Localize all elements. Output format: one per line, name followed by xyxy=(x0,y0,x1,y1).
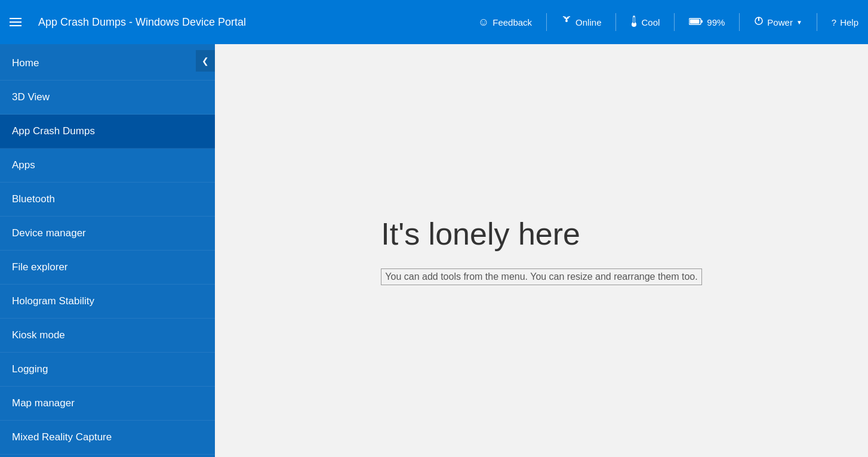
cool-label: Cool xyxy=(641,17,660,27)
online-icon xyxy=(561,16,572,29)
divider xyxy=(546,13,547,31)
lonely-title: It's lonely here xyxy=(381,216,701,252)
lonely-subtitle: You can add tools from the menu. You can… xyxy=(381,268,701,285)
feedback-label: Feedback xyxy=(493,17,532,27)
body: ❮ Home3D ViewApp Crash DumpsAppsBluetoot… xyxy=(0,44,868,457)
sidebar-item-file-explorer[interactable]: File explorer xyxy=(0,251,215,285)
sidebar-item-bluetooth[interactable]: Bluetooth xyxy=(0,183,215,217)
online-status: Online xyxy=(561,16,601,29)
help-label: Help xyxy=(840,17,858,27)
hamburger-button[interactable] xyxy=(10,18,21,26)
sidebar-item-home[interactable]: Home xyxy=(0,47,215,81)
online-label: Online xyxy=(575,17,601,27)
sidebar-item-device-manager[interactable]: Device manager xyxy=(0,217,215,251)
help-button[interactable]: ? Help xyxy=(832,17,858,27)
svg-rect-5 xyxy=(701,20,703,23)
power-icon xyxy=(754,16,764,28)
divider2 xyxy=(615,13,616,31)
divider4 xyxy=(739,13,740,31)
header: App Crash Dumps - Windows Device Portal … xyxy=(0,0,868,44)
svg-rect-6 xyxy=(690,19,700,23)
battery-label: 99% xyxy=(707,17,725,27)
main-content-area: It's lonely here You can add tools from … xyxy=(215,44,868,457)
temperature-status: Cool xyxy=(630,15,660,29)
thermometer-icon xyxy=(630,15,638,29)
divider3 xyxy=(674,13,675,31)
feedback-button[interactable]: ☺ Feedback xyxy=(478,16,532,29)
sidebar-item-3d-view[interactable]: 3D View xyxy=(0,81,215,115)
page-title: App Crash Dumps - Windows Device Portal xyxy=(38,16,466,29)
sidebar-item-apps[interactable]: Apps xyxy=(0,149,215,183)
battery-icon xyxy=(689,17,703,27)
sidebar-item-app-crash-dumps[interactable]: App Crash Dumps xyxy=(0,115,215,149)
sidebar-scroll[interactable]: Home3D ViewApp Crash DumpsAppsBluetoothD… xyxy=(0,44,215,457)
feedback-icon: ☺ xyxy=(478,16,489,29)
empty-state: It's lonely here You can add tools from … xyxy=(357,192,725,309)
divider5 xyxy=(817,13,817,31)
sidebar-item-logging[interactable]: Logging xyxy=(0,353,215,387)
power-button[interactable]: Power ▼ xyxy=(754,16,802,28)
power-dropdown-icon: ▼ xyxy=(796,19,802,26)
sidebar-item-mixed-reality-capture[interactable]: Mixed Reality Capture xyxy=(0,421,215,455)
sidebar-item-kiosk-mode[interactable]: Kiosk mode xyxy=(0,319,215,353)
svg-rect-3 xyxy=(633,17,635,23)
collapse-sidebar-button[interactable]: ❮ xyxy=(196,50,215,72)
header-actions: ☺ Feedback Online xyxy=(478,13,858,31)
sidebar: ❮ Home3D ViewApp Crash DumpsAppsBluetoot… xyxy=(0,44,215,457)
sidebar-item-hologram-stability[interactable]: Hologram Stability xyxy=(0,285,215,319)
sidebar-item-map-manager[interactable]: Map manager xyxy=(0,387,215,421)
battery-status: 99% xyxy=(689,17,725,27)
power-label: Power xyxy=(767,17,793,27)
help-icon: ? xyxy=(832,17,836,27)
